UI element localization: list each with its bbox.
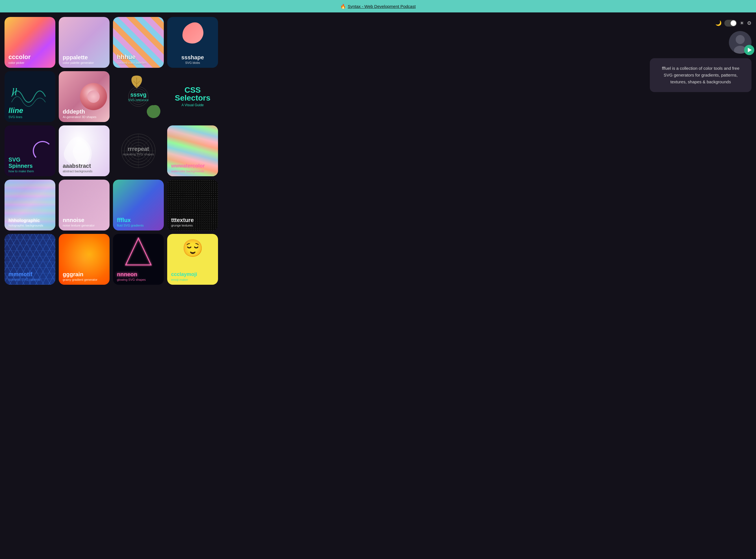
sun-icon: ☀ <box>740 20 744 26</box>
card-llline-subtitle: SVG lines <box>8 115 51 119</box>
card-cccolor-title: cccolor <box>8 54 51 61</box>
card-dddepth[interactable]: dddepth AI-generated 3D shapes <box>59 71 110 122</box>
card-cccolor[interactable]: cccolor color picker <box>4 17 55 68</box>
depth-donut-icon <box>78 81 109 112</box>
card-abstract-title: aaabstract <box>63 163 106 169</box>
card-motif-subtitle: isometric SVG patterns <box>8 278 51 281</box>
card-ssshape-title: ssshape <box>181 54 204 61</box>
card-holographic[interactable]: hhholographic holographic backgrounds <box>4 180 55 230</box>
svg-point-22 <box>736 35 745 44</box>
card-neon-subtitle: glowing SVG shapes <box>117 278 160 281</box>
card-wwwatercolor[interactable]: wwwatercolor watercolor backgrounds <box>167 126 218 176</box>
card-mmmotif[interactable]: mmmotif isometric SVG patterns <box>4 234 55 285</box>
card-grain-title: gggrain <box>63 271 106 277</box>
claymoji-face-decoration: 😌 <box>182 238 203 258</box>
dark-mode-toggle[interactable] <box>724 20 737 26</box>
card-aaabstract[interactable]: aaabstract abstract backgrounds <box>59 126 110 176</box>
card-css-selectors[interactable]: CSSSelectors A Visual Guide <box>167 71 218 122</box>
moon-icon: 🌙 <box>715 20 721 26</box>
card-pppalette-subtitle: color palette generator <box>63 61 106 64</box>
card-rrrepeat[interactable]: rrrepeat repeating SVG shapes <box>113 126 164 176</box>
sidebar-controls: 🌙 ☀ ⚙ <box>715 20 752 26</box>
svg-point-2 <box>87 90 100 103</box>
card-pppalette-title: pppalette <box>63 54 106 61</box>
card-sssvg-title: sssvg <box>131 91 146 98</box>
card-dddepth-subtitle: AI-generated 3D shapes <box>63 115 106 119</box>
play-button[interactable] <box>744 45 754 55</box>
card-tttexture[interactable]: tttexture grunge textures <box>167 180 218 230</box>
card-watercolor-subtitle: watercolor backgrounds <box>171 170 214 173</box>
blob-shape-icon <box>179 20 207 45</box>
description-box: fffuel is a collection of color tools an… <box>650 58 752 92</box>
card-repeat-title: rrrepeat <box>128 146 149 152</box>
card-ssshape[interactable]: ssshape SVG blobs <box>167 17 218 68</box>
line-squiggles-decoration: ll <box>4 71 55 122</box>
card-hhhue-subtitle: curated color palettes <box>117 61 160 64</box>
card-watercolor-title: wwwatercolor <box>171 163 214 169</box>
card-llline[interactable]: ll lline SVG lines <box>4 71 55 122</box>
card-css-subtitle: A Visual Guide <box>182 103 204 107</box>
card-sssvg-subtitle: SVG reference <box>128 98 149 102</box>
card-spinners-subtitle: how to make them <box>8 170 34 173</box>
description-text: fffuel is a collection of color tools an… <box>662 66 740 84</box>
fire-icon: 🔥 <box>340 4 346 9</box>
card-ccclaymoji[interactable]: 😌 ccclaymoji emoji maker <box>167 234 218 285</box>
card-holographic-subtitle: holographic backgrounds <box>8 224 51 227</box>
spinner-ring-decoration <box>33 141 52 161</box>
card-nnnoise[interactable]: nnnoise noise texture generator <box>59 180 110 230</box>
card-claymoji-subtitle: emoji maker <box>171 278 214 281</box>
card-abstract-subtitle: abstract backgrounds <box>63 170 106 173</box>
card-spinners-title: SVGSpinners <box>8 156 33 169</box>
card-css-title: CSSSelectors <box>175 86 210 102</box>
card-hhhue[interactable]: hhhue curated color palettes <box>113 17 164 68</box>
card-pppalette[interactable]: pppalette color palette generator <box>59 17 110 68</box>
card-noise-subtitle: noise texture generator <box>63 224 106 227</box>
card-texture-subtitle: grunge textures <box>171 224 214 227</box>
neon-triangle-icon <box>124 237 153 268</box>
card-ffflux[interactable]: ffflux fluid SVG gradients <box>113 180 164 230</box>
card-neon-title: nnneon <box>117 271 160 277</box>
card-sssvg[interactable]: sssvg SVG reference <box>113 71 164 122</box>
card-grain-subtitle: grainy gradient generator <box>63 278 106 281</box>
card-flux-subtitle: fluid SVG gradients <box>117 224 160 227</box>
settings-gear-icon[interactable]: ⚙ <box>747 20 752 26</box>
sidebar: 🌙 ☀ ⚙ fffuel is a collection of color to… <box>223 17 752 285</box>
card-noise-title: nnnoise <box>63 217 106 223</box>
card-gggrain[interactable]: gggrain grainy gradient generator <box>59 234 110 285</box>
card-claymoji-title: ccclaymoji <box>171 272 214 277</box>
card-texture-title: tttexture <box>171 217 214 223</box>
card-nnneon[interactable]: nnneon glowing SVG shapes <box>113 234 164 285</box>
card-flux-title: ffflux <box>117 217 160 223</box>
title-bar: 🔥 Syntax - Web Development Podcast <box>0 0 756 13</box>
card-cccolor-subtitle: color picker <box>8 61 51 64</box>
svg-text:ll: ll <box>12 86 17 97</box>
card-hhhue-title: hhhue <box>117 54 160 61</box>
card-ssshape-subtitle: SVG blobs <box>185 61 200 64</box>
card-motif-title: mmmotif <box>8 271 51 277</box>
avatar-container <box>729 31 752 54</box>
main-content: cccolor color picker pppalette color pal… <box>0 13 756 289</box>
svg-marker-20 <box>126 238 151 265</box>
page-title[interactable]: Syntax - Web Development Podcast <box>348 4 416 9</box>
card-grid: cccolor color picker pppalette color pal… <box>4 17 218 285</box>
card-svg-spinners[interactable]: SVGSpinners how to make them <box>4 126 55 176</box>
card-repeat-subtitle: repeating SVG shapes <box>123 153 154 156</box>
card-holographic-title: hhholographic <box>8 218 51 223</box>
